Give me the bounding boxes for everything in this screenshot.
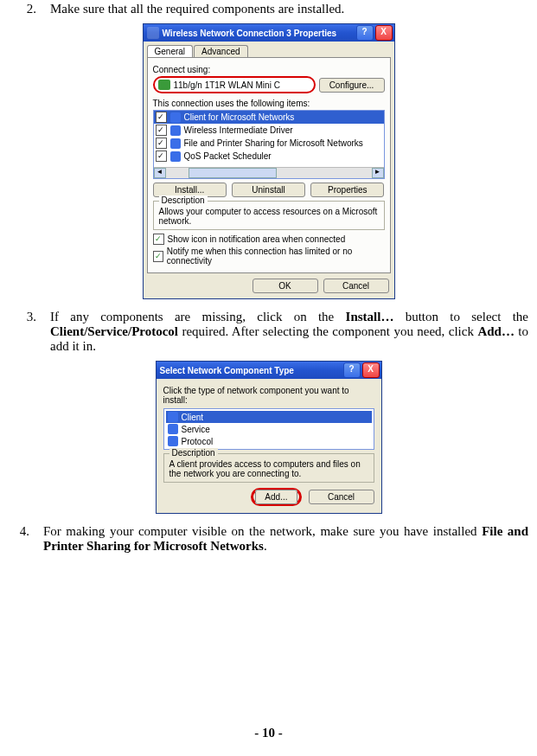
checkbox-label: Notify me when this connection has limit… [167,247,385,266]
add-button[interactable]: Add... [255,490,297,504]
step-num: 3. [9,310,36,354]
component-icon [170,125,181,136]
help-button[interactable]: ? [343,362,361,378]
service-icon [168,424,178,434]
window-title: Wireless Network Connection 3 Properties [163,29,355,38]
uses-items-label: This connection uses the following items… [153,99,385,108]
checkbox-icon[interactable]: ✓ [156,112,167,123]
component-list[interactable]: ✓ Client for Microsoft Networks ✓ Wirele… [153,110,385,179]
item-label: Wireless Intermediate Driver [184,125,293,135]
description-text: Allows your computer to access resources… [159,207,379,226]
checkbox-icon[interactable]: ✓ [156,125,167,136]
step-text: For making your computer visible on the … [29,524,528,554]
configure-button[interactable]: Configure... [319,78,385,93]
protocol-icon [168,436,178,446]
adapter-name: 11b/g/n 1T1R WLAN Mini C [174,80,280,90]
client-icon [168,412,178,422]
ok-button[interactable]: OK [253,279,318,293]
properties-button[interactable]: Properties [310,183,384,197]
item-label: Protocol [182,437,214,446]
type-list[interactable]: Client Service Protocol [163,408,374,450]
item-label: Client [182,413,204,422]
adapter-field: 11b/g/n 1T1R WLAN Mini C [153,76,316,93]
connect-using-label: Connect using: [153,65,385,74]
close-button[interactable]: X [362,362,380,378]
tab-page: Connect using: 11b/g/n 1T1R WLAN Mini C … [147,57,391,273]
window-title: Select Network Component Type [160,366,342,375]
list-item[interactable]: Service [166,423,372,435]
cancel-button[interactable]: Cancel [323,279,389,293]
tab-advanced[interactable]: Advanced [194,45,247,57]
horizontal-scrollbar[interactable]: ◄ ► [154,167,384,178]
item-label: Service [182,425,210,434]
show-icon-checkbox[interactable]: ✓ Show icon in notification area when co… [153,234,385,245]
component-icon [170,151,181,162]
description-legend: Description [159,195,208,205]
step-num: 2. [9,2,36,16]
description-legend: Description [169,448,218,458]
list-item[interactable]: ✓ Client for Microsoft Networks [154,111,384,124]
properties-dialog: Wireless Network Connection 3 Properties… [143,23,395,299]
scroll-right-icon[interactable]: ► [372,168,384,178]
titlebar: Select Network Component Type ? X [157,362,381,379]
description-group: Description Allows your computer to acce… [153,201,385,230]
description-group: Description A client provides access to … [163,453,374,483]
nic-icon [158,80,170,90]
app-icon [147,27,159,39]
notify-checkbox[interactable]: ✓ Notify me when this connection has lim… [153,247,385,266]
list-item[interactable]: Client [166,411,372,423]
page-number: - 10 - [0,726,537,740]
list-item[interactable]: ✓ Wireless Intermediate Driver [154,124,384,137]
instruction-label: Click the type of network component you … [163,386,374,405]
item-label: Client for Microsoft Networks [184,112,295,122]
item-label: QoS Packet Scheduler [184,151,272,161]
step-text: Make sure that all the required componen… [36,2,528,16]
help-button[interactable]: ? [356,25,374,41]
checkbox-label: Show icon in notification area when conn… [168,234,346,244]
list-item[interactable]: Protocol [166,435,372,447]
component-type-dialog: Select Network Component Type ? X Click … [156,361,382,514]
close-button[interactable]: X [375,25,393,41]
list-item[interactable]: ✓ File and Printer Sharing for Microsoft… [154,137,384,150]
step-3: 3. If any components are missing, click … [9,310,528,354]
step-num: 4. [2,524,29,554]
add-highlight: Add... [251,488,301,506]
step-4: 4. For making your computer visible on t… [2,524,528,554]
tabstrip: General Advanced [147,45,391,57]
scroll-left-icon[interactable]: ◄ [154,168,166,178]
cancel-button[interactable]: Cancel [309,490,374,504]
uninstall-button[interactable]: Uninstall [232,183,305,197]
titlebar: Wireless Network Connection 3 Properties… [144,24,394,42]
checkbox-icon[interactable]: ✓ [153,234,164,245]
item-label: File and Printer Sharing for Microsoft N… [184,138,363,148]
component-icon [170,138,181,149]
scroll-thumb[interactable] [189,168,277,178]
list-item[interactable]: ✓ QoS Packet Scheduler [154,150,384,163]
description-text: A client provides access to computers an… [169,459,368,478]
checkbox-icon[interactable]: ✓ [156,151,167,162]
component-icon [170,112,181,123]
checkbox-icon[interactable]: ✓ [153,251,163,262]
step-text: If any components are missing, click on … [36,310,528,354]
step-2: 2. Make sure that all the required compo… [9,2,528,16]
checkbox-icon[interactable]: ✓ [156,138,167,149]
tab-general[interactable]: General [147,45,194,57]
